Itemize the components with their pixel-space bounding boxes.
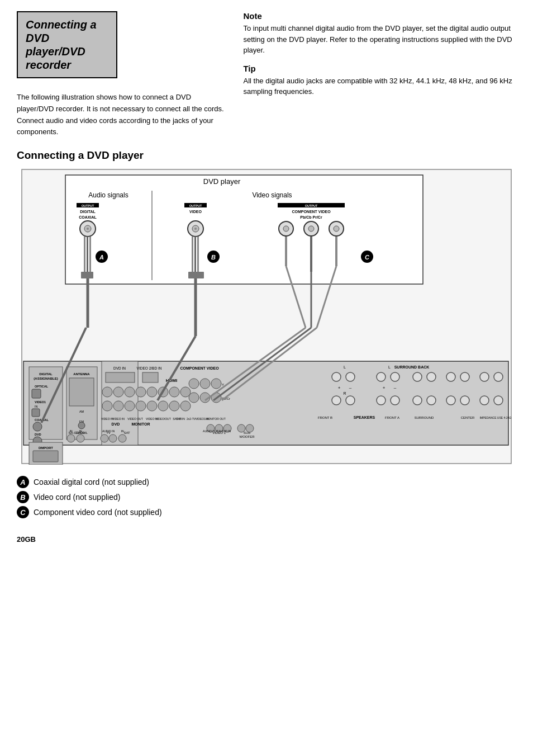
svg-text:(ASSIGNABLE): (ASSIGNABLE): [34, 377, 58, 380]
diagram-container: DVD player Audio signals Video signals O…: [21, 168, 512, 465]
svg-text:WOOFER: WOOFER: [240, 435, 255, 438]
svg-point-87: [136, 401, 146, 411]
svg-point-77: [113, 387, 123, 397]
svg-text:IMPEDANCE USE 4-24Ω: IMPEDANCE USE 4-24Ω: [480, 416, 512, 419]
legend-circle-c: C: [17, 506, 29, 518]
svg-point-80: [147, 387, 157, 397]
svg-point-150: [118, 434, 126, 442]
svg-point-15: [194, 228, 197, 230]
svg-point-132: [494, 396, 503, 405]
svg-text:AUDIO IN: AUDIO IN: [102, 429, 115, 433]
svg-text:IN: IN: [70, 429, 73, 433]
svg-point-84: [102, 401, 112, 411]
page-title: Connecting a DVD player/DVD recorder: [26, 18, 108, 72]
dvd-player-label: DVD player: [203, 177, 241, 186]
svg-point-117: [427, 372, 436, 381]
svg-rect-37: [194, 237, 196, 276]
svg-text:IN: IN: [121, 429, 124, 433]
svg-point-21: [283, 226, 289, 231]
audio-signals-label-svg: Audio signals: [88, 191, 128, 199]
page-number: 20GB: [17, 535, 516, 544]
title-box: Connecting a DVD player/DVD recorder: [17, 11, 117, 78]
svg-text:DVD IN: DVD IN: [113, 366, 126, 370]
svg-point-119: [460, 372, 469, 381]
svg-point-129: [446, 396, 455, 405]
svg-text:DVD: DVD: [112, 422, 120, 426]
svg-text:MONITOR: MONITOR: [132, 422, 150, 426]
svg-text:COMPONENT VIDEO: COMPONENT VIDEO: [292, 210, 331, 214]
svg-point-116: [413, 372, 422, 381]
svg-text:DIGITAL: DIGITAL: [39, 372, 53, 376]
legend-circle-b: B: [17, 491, 29, 503]
diagram-svg: DVD player Audio signals Video signals O…: [21, 168, 512, 465]
svg-text:L: L: [344, 365, 346, 369]
svg-text:SURROUND BACK: SURROUND BACK: [394, 365, 430, 369]
svg-rect-51: [32, 389, 41, 398]
svg-point-9: [87, 228, 89, 230]
svg-rect-32: [84, 237, 85, 276]
svg-point-147: [77, 434, 84, 442]
svg-point-65: [78, 422, 85, 429]
svg-text:+: +: [338, 385, 341, 390]
svg-text:SPEAKERS: SPEAKERS: [354, 415, 375, 419]
svg-text:FRONT B: FRONT B: [318, 416, 332, 419]
svg-text:–: –: [349, 385, 352, 390]
svg-text:VIDEO OUT: VIDEO OUT: [127, 417, 143, 420]
svg-text:ANTENNA: ANTENNA: [73, 372, 90, 376]
svg-text:IN: IN: [35, 405, 38, 408]
svg-rect-62: [69, 378, 94, 406]
svg-point-115: [391, 372, 399, 381]
note-text: To input multi channel digital audio fro…: [243, 23, 516, 56]
svg-point-102: [200, 379, 210, 389]
svg-text:Pb/Cb    Pr/Cr: Pb/Cb Pr/Cr: [300, 215, 322, 219]
svg-rect-35: [81, 272, 93, 278]
svg-point-56: [33, 422, 42, 431]
svg-point-112: [332, 372, 341, 381]
svg-rect-69: [33, 451, 58, 462]
svg-point-114: [377, 372, 386, 381]
svg-point-88: [147, 401, 157, 411]
svg-point-121: [494, 372, 503, 381]
top-section: Connecting a DVD player/DVD recorder The…: [17, 11, 516, 138]
svg-point-113: [346, 372, 355, 381]
svg-point-90: [169, 401, 179, 411]
legend: A Coaxial digital cord (not supplied) B …: [17, 476, 516, 518]
svg-text:OUTPUT: OUTPUT: [189, 204, 202, 207]
svg-point-76: [102, 387, 112, 397]
top-left: Connecting a DVD player/DVD recorder The…: [17, 11, 226, 138]
svg-text:A: A: [99, 254, 104, 261]
section-title: Connecting a DVD player: [17, 149, 516, 162]
svg-point-148: [101, 434, 108, 442]
svg-text:–: –: [394, 385, 397, 390]
legend-item-a: A Coaxial digital cord (not supplied): [17, 476, 516, 488]
tip-text: All the digital audio jacks are compatib…: [243, 75, 516, 97]
svg-rect-34: [89, 237, 91, 276]
top-right: Note To input multi channel digital audi…: [243, 11, 516, 138]
svg-rect-39: [188, 272, 204, 278]
svg-point-105: [189, 393, 199, 403]
svg-point-103: [211, 379, 221, 389]
legend-item-b: B Video cord (not supplied): [17, 491, 516, 503]
svg-rect-36: [192, 237, 193, 276]
svg-rect-74: [142, 372, 158, 382]
body-text: The following illustration shows how to …: [17, 92, 226, 138]
svg-text:SURROUND: SURROUND: [415, 416, 434, 419]
svg-point-82: [169, 387, 179, 397]
svg-rect-33: [87, 237, 88, 276]
svg-point-124: [346, 396, 355, 405]
svg-text:FRONT A: FRONT A: [385, 416, 399, 419]
svg-text:+: +: [383, 385, 386, 390]
legend-circle-a: A: [17, 476, 29, 488]
svg-point-89: [158, 401, 168, 411]
legend-item-c: C Component video cord (not supplied): [17, 506, 516, 518]
svg-text:AUDIO OUT: AUDIO OUT: [203, 429, 218, 433]
svg-point-128: [427, 396, 436, 405]
svg-text:AUDIO IN: AUDIO IN: [218, 429, 231, 433]
svg-point-79: [136, 387, 146, 397]
video-signals-label-svg: Video signals: [252, 191, 292, 199]
svg-point-101: [189, 379, 199, 389]
svg-point-131: [480, 396, 489, 405]
svg-point-127: [413, 396, 422, 405]
svg-text:SAT IN: SAT IN: [176, 417, 185, 420]
svg-point-91: [180, 401, 191, 411]
